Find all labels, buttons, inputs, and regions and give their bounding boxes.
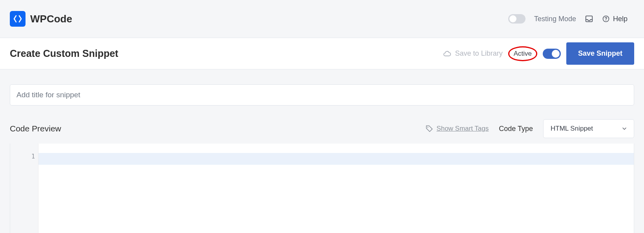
chevron-down-icon (621, 126, 628, 132)
cloud-icon (443, 49, 451, 58)
top-header: WPCode Testing Mode Help (0, 0, 644, 38)
save-to-library-label: Save to Library (455, 49, 503, 58)
code-editor-active-line (38, 153, 634, 165)
code-type-value: HTML Snippet (551, 125, 593, 133)
code-type-select[interactable]: HTML Snippet (543, 119, 634, 138)
help-label: Help (613, 15, 628, 23)
code-type-label: Code Type (499, 125, 533, 133)
help-icon (602, 15, 610, 23)
active-toggle-label: Active (512, 48, 534, 59)
action-bar-right: Save to Library Active Save Snippet (443, 42, 634, 65)
svg-point-3 (427, 127, 428, 127)
code-editor[interactable]: 1 (10, 144, 634, 233)
annotation-active-highlight: Active (508, 46, 537, 61)
code-editor-gutter: 1 (10, 144, 38, 233)
code-preview-title: Code Preview (10, 124, 61, 133)
save-to-library-link[interactable]: Save to Library (443, 49, 503, 58)
inbox-icon[interactable] (585, 15, 593, 23)
brand-logo-text: WPCode (30, 13, 72, 25)
tag-icon (425, 125, 433, 133)
top-header-right: Testing Mode Help (508, 14, 628, 24)
brand-logo: WPCode (10, 11, 72, 27)
snippet-title-input[interactable] (10, 84, 634, 106)
code-preview-header: Code Preview Show Smart Tags Code Type H… (10, 119, 634, 138)
brand-logo-mark (10, 11, 26, 27)
page-title: Create Custom Snippet (10, 48, 118, 59)
svg-point-2 (606, 20, 606, 21)
show-smart-tags-label: Show Smart Tags (436, 125, 489, 133)
testing-mode-label: Testing Mode (534, 15, 576, 23)
active-toggle[interactable] (543, 49, 561, 59)
help-link[interactable]: Help (602, 15, 628, 23)
snippet-body: Code Preview Show Smart Tags Code Type H… (0, 69, 644, 233)
line-number: 1 (10, 153, 35, 160)
code-editor-area[interactable] (38, 144, 634, 233)
code-slash-icon (13, 14, 22, 24)
code-preview-controls: Show Smart Tags Code Type HTML Snippet (425, 119, 634, 138)
action-bar: Create Custom Snippet Save to Library Ac… (0, 38, 644, 69)
show-smart-tags-link[interactable]: Show Smart Tags (425, 125, 489, 133)
save-snippet-button[interactable]: Save Snippet (566, 42, 634, 65)
testing-mode-toggle[interactable] (508, 14, 525, 24)
